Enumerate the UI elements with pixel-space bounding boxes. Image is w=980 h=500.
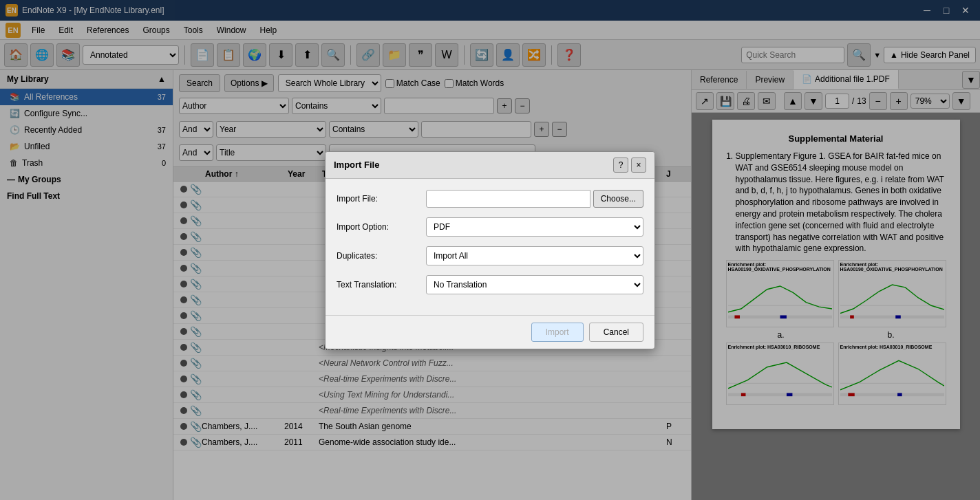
choose-button[interactable]: Choose... — [593, 190, 643, 208]
dialog-overlay: Import File ? × Import File: Choose... I… — [0, 0, 980, 500]
dialog-close-button[interactable]: × — [631, 157, 646, 173]
import-file-input[interactable] — [426, 190, 590, 208]
dialog-title-text: Import File — [334, 160, 379, 170]
dialog-translation-row: Text Translation: No Translation Unicode… — [337, 275, 643, 294]
dialog-title-bar: Import File ? × — [326, 152, 654, 179]
import-file-label: Import File: — [337, 194, 426, 204]
translation-select[interactable]: No Translation Unicode (UTF-8) Western E… — [426, 275, 643, 294]
import-option-select[interactable]: PDF EndNote RIS — [426, 217, 643, 237]
dialog-content: Import File: Choose... Import Option: PD… — [326, 179, 654, 315]
translation-label: Text Translation: — [337, 280, 426, 290]
dialog-help-button[interactable]: ? — [613, 157, 628, 173]
dialog-file-row: Import File: Choose... — [337, 190, 643, 208]
dialog-option-row: Import Option: PDF EndNote RIS — [337, 217, 643, 237]
import-button[interactable]: Import — [531, 323, 584, 342]
import-file-dialog: Import File ? × Import File: Choose... I… — [325, 151, 655, 349]
duplicates-label: Duplicates: — [337, 251, 426, 261]
dialog-duplicates-row: Duplicates: Import All Discard Duplicate… — [337, 246, 643, 265]
cancel-button[interactable]: Cancel — [589, 323, 643, 342]
dialog-footer: Import Cancel — [326, 315, 654, 349]
duplicates-select[interactable]: Import All Discard Duplicates — [426, 246, 643, 265]
import-option-label: Import Option: — [337, 222, 426, 232]
